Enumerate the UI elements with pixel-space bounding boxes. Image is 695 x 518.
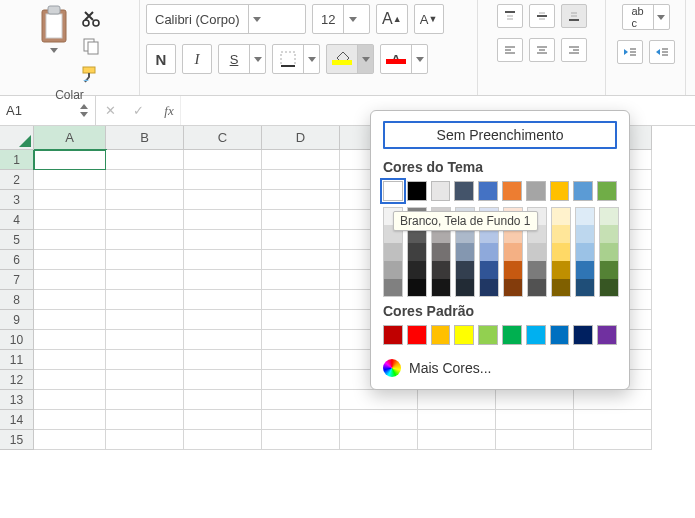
tint-swatch[interactable] (503, 261, 523, 279)
confirm-entry-button[interactable]: ✓ (124, 96, 152, 125)
cell[interactable] (262, 210, 340, 230)
align-middle-button[interactable] (529, 4, 555, 28)
theme-color-swatch[interactable] (383, 181, 403, 201)
cell[interactable] (184, 430, 262, 450)
cell[interactable] (34, 250, 106, 270)
cell[interactable] (418, 410, 496, 430)
tint-swatch[interactable] (431, 243, 451, 261)
cell[interactable] (262, 390, 340, 410)
tint-swatch[interactable] (599, 243, 619, 261)
cell[interactable] (34, 230, 106, 250)
inc-indent-button[interactable] (649, 40, 675, 64)
standard-color-swatch[interactable] (454, 325, 474, 345)
row-header[interactable]: 4 (0, 210, 34, 230)
tint-swatch[interactable] (527, 261, 547, 279)
theme-color-swatch[interactable] (478, 181, 498, 201)
cell[interactable] (184, 370, 262, 390)
cell[interactable] (262, 350, 340, 370)
cell[interactable] (340, 430, 418, 450)
cell[interactable] (340, 410, 418, 430)
align-left-button[interactable] (497, 38, 523, 62)
theme-color-swatch[interactable] (526, 181, 546, 201)
column-header[interactable]: C (184, 126, 262, 150)
increase-font-button[interactable]: A▲ (376, 4, 408, 34)
row-header[interactable]: 11 (0, 350, 34, 370)
theme-color-swatch[interactable] (502, 181, 522, 201)
standard-color-swatch[interactable] (502, 325, 522, 345)
tint-swatch[interactable] (527, 279, 547, 297)
tint-swatch[interactable] (599, 225, 619, 243)
theme-color-swatch[interactable] (597, 181, 617, 201)
align-center-button[interactable] (529, 38, 555, 62)
theme-color-swatch[interactable] (407, 181, 427, 201)
cell[interactable] (34, 330, 106, 350)
cell[interactable] (184, 250, 262, 270)
cell[interactable] (496, 390, 574, 410)
cell[interactable] (262, 410, 340, 430)
cell[interactable] (184, 150, 262, 170)
cell[interactable] (106, 170, 184, 190)
cell[interactable] (106, 310, 184, 330)
standard-color-swatch[interactable] (478, 325, 498, 345)
cell[interactable] (106, 250, 184, 270)
cell[interactable] (34, 270, 106, 290)
chevron-down-icon[interactable] (79, 111, 89, 119)
column-header[interactable]: B (106, 126, 184, 150)
theme-color-swatch[interactable] (573, 181, 593, 201)
row-header[interactable]: 15 (0, 430, 34, 450)
standard-color-swatch[interactable] (550, 325, 570, 345)
cell[interactable] (34, 350, 106, 370)
chevron-down-icon[interactable] (411, 45, 427, 73)
cell[interactable] (106, 430, 184, 450)
cell[interactable] (262, 230, 340, 250)
more-colors-button[interactable]: Mais Cores... (383, 359, 617, 377)
cell[interactable] (496, 430, 574, 450)
tint-swatch[interactable] (455, 243, 475, 261)
cell[interactable] (34, 170, 106, 190)
cell[interactable] (34, 190, 106, 210)
cell[interactable] (106, 150, 184, 170)
chevron-up-icon[interactable] (79, 103, 89, 111)
tint-swatch[interactable] (527, 243, 547, 261)
cell[interactable] (106, 230, 184, 250)
cell[interactable] (184, 170, 262, 190)
cell[interactable] (106, 370, 184, 390)
tint-swatch[interactable] (431, 279, 451, 297)
name-box[interactable]: A1 (0, 96, 96, 125)
row-header[interactable]: 5 (0, 230, 34, 250)
row-header[interactable]: 8 (0, 290, 34, 310)
cell[interactable] (262, 250, 340, 270)
cell[interactable] (262, 430, 340, 450)
tint-swatch[interactable] (455, 279, 475, 297)
fill-color-button[interactable] (326, 44, 374, 74)
no-fill-button[interactable]: Sem Preenchimento (383, 121, 617, 149)
tint-swatch[interactable] (407, 261, 427, 279)
tint-swatch[interactable] (575, 279, 595, 297)
tint-swatch[interactable] (407, 279, 427, 297)
cell[interactable] (184, 350, 262, 370)
align-top-button[interactable] (497, 4, 523, 28)
tint-swatch[interactable] (551, 243, 571, 261)
cell[interactable] (34, 150, 106, 170)
decrease-font-button[interactable]: A▼ (414, 4, 444, 34)
cell[interactable] (34, 430, 106, 450)
cell[interactable] (418, 430, 496, 450)
borders-button[interactable] (272, 44, 320, 74)
tint-swatch[interactable] (431, 261, 451, 279)
tint-swatch[interactable] (599, 261, 619, 279)
chevron-down-icon[interactable] (357, 45, 373, 73)
tint-swatch[interactable] (551, 207, 571, 225)
cell[interactable] (574, 410, 652, 430)
cell[interactable] (34, 290, 106, 310)
tint-swatch[interactable] (599, 207, 619, 225)
underline-button[interactable]: S (218, 44, 266, 74)
bold-button[interactable]: N (146, 44, 176, 74)
cell[interactable] (184, 390, 262, 410)
font-size-combo[interactable]: 12 (312, 4, 370, 34)
tint-swatch[interactable] (551, 261, 571, 279)
cell[interactable] (34, 410, 106, 430)
standard-color-swatch[interactable] (573, 325, 593, 345)
standard-color-swatch[interactable] (431, 325, 451, 345)
cell[interactable] (106, 210, 184, 230)
paste-button[interactable] (36, 4, 72, 53)
